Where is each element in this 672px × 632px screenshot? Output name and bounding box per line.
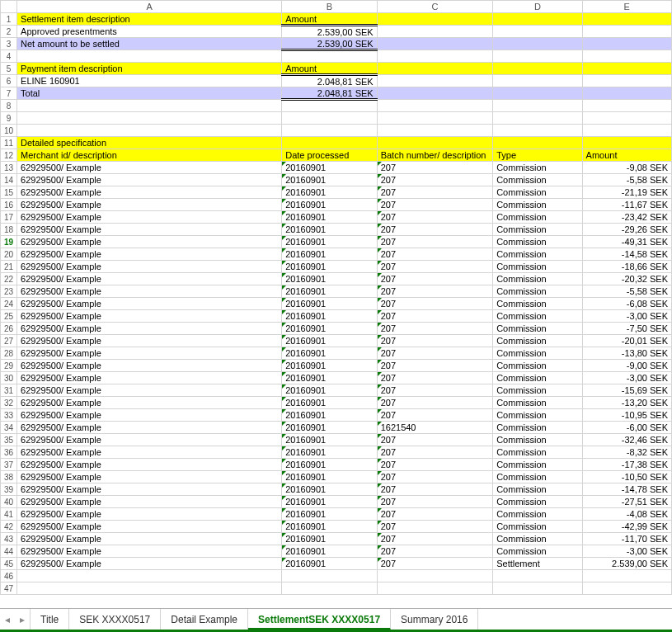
cell[interactable]: 207 [377, 224, 493, 236]
cell[interactable]: 62929500/ Example [17, 174, 282, 186]
cell[interactable]: 62929500/ Example [17, 409, 282, 422]
row-header[interactable]: 47 [1, 582, 17, 595]
row-header[interactable]: 33 [1, 409, 17, 422]
cell[interactable] [377, 63, 493, 75]
cell[interactable]: Commission [493, 162, 582, 174]
cell[interactable]: 207 [377, 298, 493, 310]
row-header[interactable]: 8 [1, 100, 17, 112]
cell[interactable]: 62929500/ Example [17, 347, 282, 360]
cell[interactable]: 207 [377, 397, 493, 409]
cell[interactable]: 62929500/ Example [17, 521, 282, 533]
cell[interactable] [282, 582, 377, 595]
cell[interactable]: -23,42 SEK [582, 211, 671, 224]
row-header[interactable]: 17 [1, 211, 17, 224]
col-header-B[interactable]: B [282, 1, 377, 13]
col-header-D[interactable]: D [493, 1, 582, 13]
cell[interactable]: 20160901 [282, 521, 377, 533]
cell[interactable]: 20160901 [282, 285, 377, 298]
cell[interactable]: Commission [493, 384, 582, 397]
sheet-tab[interactable]: Detail Example [161, 609, 248, 630]
cell[interactable] [582, 38, 671, 50]
cell[interactable]: -8,32 SEK [582, 446, 671, 459]
cell[interactable]: 207 [377, 211, 493, 224]
cell[interactable] [582, 137, 671, 149]
cell[interactable] [282, 570, 377, 582]
cell[interactable]: 20160901 [282, 174, 377, 186]
cell[interactable] [377, 75, 493, 87]
cell[interactable] [282, 50, 377, 63]
cell[interactable] [17, 50, 282, 63]
cell[interactable]: Detailed specification [17, 137, 282, 149]
cell[interactable]: -3,00 SEK [582, 310, 671, 323]
cell[interactable]: 207 [377, 508, 493, 521]
cell[interactable]: 207 [377, 434, 493, 446]
cell[interactable]: 62929500/ Example [17, 496, 282, 508]
cell[interactable]: Commission [493, 372, 582, 384]
cell[interactable]: 207 [377, 323, 493, 335]
cell[interactable]: Payment item description [17, 63, 282, 75]
cell[interactable] [493, 100, 582, 112]
cell[interactable]: Commission [493, 459, 582, 471]
tab-scroll-prev-icon[interactable]: ◂ [0, 609, 15, 630]
cell[interactable]: 20160901 [282, 533, 377, 545]
cell[interactable]: 207 [377, 459, 493, 471]
row-header[interactable]: 13 [1, 162, 17, 174]
cell[interactable]: Commission [493, 323, 582, 335]
cell[interactable] [582, 112, 671, 125]
row-header[interactable]: 15 [1, 186, 17, 199]
row-header[interactable]: 19 [1, 236, 17, 248]
cell[interactable] [377, 50, 493, 63]
cell[interactable] [493, 87, 582, 100]
cell[interactable] [493, 38, 582, 50]
cell[interactable] [493, 125, 582, 137]
cell[interactable]: 207 [377, 186, 493, 199]
cell[interactable]: Settlement item description [17, 13, 282, 26]
cell[interactable] [377, 100, 493, 112]
cell[interactable]: 62929500/ Example [17, 459, 282, 471]
cell[interactable]: 207 [377, 558, 493, 570]
cell[interactable]: 20160901 [282, 248, 377, 261]
cell[interactable]: 20160901 [282, 162, 377, 174]
cell[interactable]: Net amount to be settled [17, 38, 282, 50]
cell[interactable]: 207 [377, 483, 493, 496]
cell[interactable]: 20160901 [282, 471, 377, 483]
cell[interactable]: 62929500/ Example [17, 323, 282, 335]
cell[interactable] [282, 112, 377, 125]
cell[interactable] [582, 75, 671, 87]
cell[interactable]: Date processed [282, 149, 377, 162]
cell[interactable]: Commission [493, 199, 582, 211]
tab-scroll-next-icon[interactable]: ▸ [15, 609, 30, 630]
col-header-A[interactable]: A [17, 1, 282, 13]
cell[interactable]: -20,32 SEK [582, 273, 671, 285]
row-header[interactable]: 43 [1, 533, 17, 545]
cell[interactable]: Commission [493, 224, 582, 236]
cell[interactable]: Commission [493, 174, 582, 186]
cell[interactable]: -15,69 SEK [582, 384, 671, 397]
cell[interactable]: 20160901 [282, 508, 377, 521]
cell[interactable]: 20160901 [282, 236, 377, 248]
row-header[interactable]: 39 [1, 483, 17, 496]
cell[interactable]: Commission [493, 508, 582, 521]
cell[interactable]: -5,58 SEK [582, 285, 671, 298]
col-header-C[interactable]: C [377, 1, 493, 13]
cell[interactable]: 62929500/ Example [17, 558, 282, 570]
row-header[interactable]: 35 [1, 434, 17, 446]
cell[interactable]: Commission [493, 335, 582, 347]
col-header-E[interactable]: E [582, 1, 671, 13]
cell[interactable]: 207 [377, 471, 493, 483]
sheet-tab[interactable]: SEK XXXX0517 [69, 609, 161, 630]
cell[interactable]: -9,08 SEK [582, 162, 671, 174]
cell[interactable]: 207 [377, 236, 493, 248]
cell[interactable]: 207 [377, 496, 493, 508]
row-header[interactable]: 38 [1, 471, 17, 483]
cell[interactable]: -6,00 SEK [582, 422, 671, 434]
cell[interactable]: 62929500/ Example [17, 199, 282, 211]
cell[interactable]: 62929500/ Example [17, 162, 282, 174]
row-header[interactable]: 7 [1, 87, 17, 100]
cell[interactable] [377, 87, 493, 100]
cell[interactable]: 62929500/ Example [17, 285, 282, 298]
cell[interactable] [493, 50, 582, 63]
cell[interactable] [493, 63, 582, 75]
cell[interactable]: 62929500/ Example [17, 298, 282, 310]
cell[interactable]: -20,01 SEK [582, 335, 671, 347]
